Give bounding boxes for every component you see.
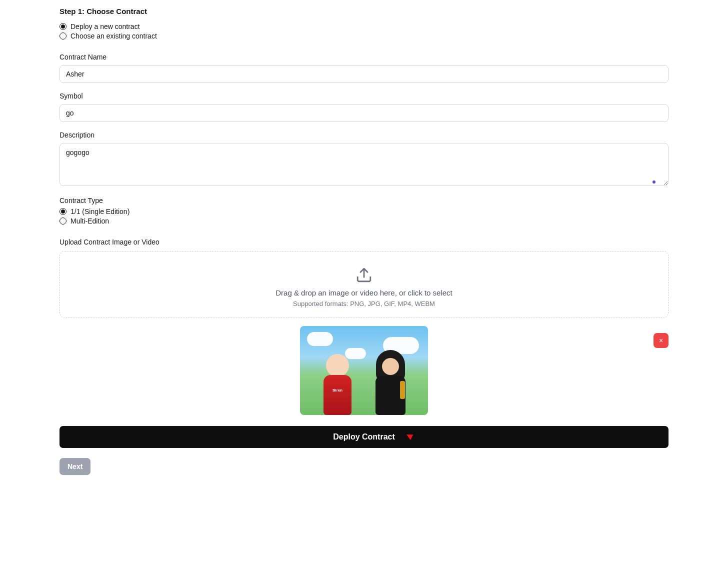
contract-name-input[interactable] [60, 65, 668, 83]
radio-icon [60, 208, 66, 215]
symbol-label: Symbol [60, 92, 668, 100]
upload-icon [356, 266, 372, 284]
contract-type-group: Contract Type 1/1 (Single Edition) Multi… [60, 196, 668, 225]
description-textarea[interactable] [60, 143, 668, 186]
upload-dropzone[interactable]: Drag & drop an image or video here, or c… [60, 251, 668, 318]
upload-label: Upload Contract Image or Video [60, 238, 668, 246]
radio-icon [60, 218, 66, 224]
symbol-input[interactable] [60, 104, 668, 122]
description-label: Description [60, 131, 668, 139]
grammar-indicator-icon [652, 180, 656, 184]
step-title: Step 1: Choose Contract [60, 7, 668, 16]
radio-label: Multi-Edition [70, 217, 109, 225]
radio-icon [60, 23, 66, 30]
radio-deploy-new[interactable]: Deploy a new contract [60, 22, 668, 30]
dropzone-text: Drag & drop an image or video here, or c… [276, 288, 452, 297]
contract-name-label: Contract Name [60, 53, 668, 61]
deploy-contract-button[interactable]: Deploy Contract [60, 426, 668, 448]
contract-choice-group: Deploy a new contract Choose an existing… [60, 22, 668, 40]
next-button[interactable]: Next [60, 458, 90, 475]
remove-preview-button[interactable]: × [654, 333, 668, 348]
radio-label: 1/1 (Single Edition) [70, 208, 130, 216]
preview-image: Siren [300, 326, 428, 415]
radio-label: Deploy a new contract [70, 22, 140, 30]
preview-row: Siren × [60, 326, 668, 415]
dropzone-supported: Supported formats: PNG, JPG, GIF, MP4, W… [293, 300, 435, 308]
radio-icon [60, 32, 66, 40]
radio-label: Choose an existing contract [70, 32, 157, 40]
close-icon: × [659, 336, 663, 344]
radio-choose-existing[interactable]: Choose an existing contract [60, 32, 668, 40]
radio-multi-edition[interactable]: Multi-Edition [60, 217, 668, 225]
radio-single-edition[interactable]: 1/1 (Single Edition) [60, 208, 668, 216]
contract-type-label: Contract Type [60, 196, 668, 204]
